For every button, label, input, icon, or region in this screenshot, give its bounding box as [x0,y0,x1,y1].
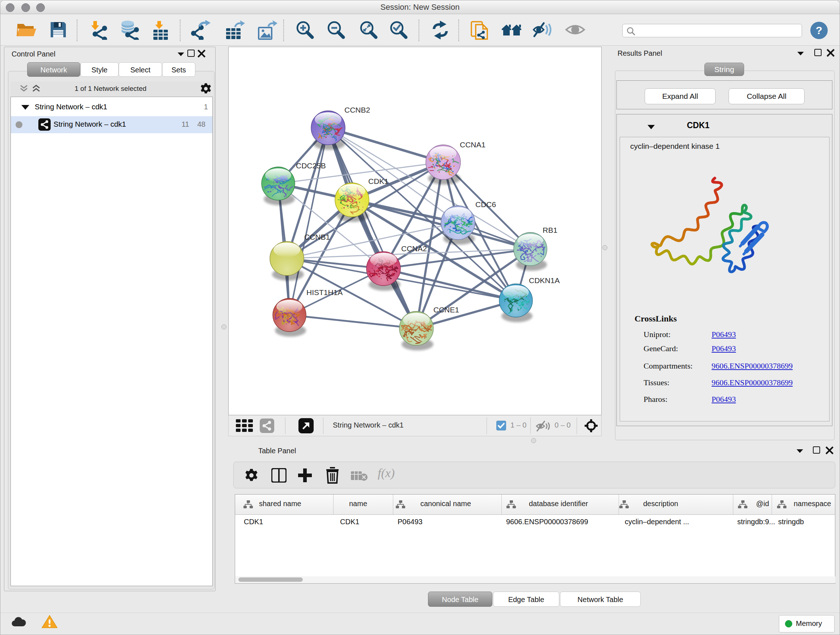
svg-text:CCNA2: CCNA2 [401,244,427,253]
svg-text:CDC6: CDC6 [475,200,496,209]
svg-text:RB1: RB1 [543,226,557,234]
svg-text:CDKN1A: CDKN1A [529,276,560,285]
svg-text:CCNA1: CCNA1 [460,141,485,149]
svg-text:CDK1: CDK1 [368,177,388,185]
svg-text:CDC25B: CDC25B [296,162,326,170]
svg-text:CCNE1: CCNE1 [433,306,459,314]
svg-text:CCNB1: CCNB1 [304,233,330,241]
svg-text:HIST1H1A: HIST1H1A [306,288,343,296]
svg-text:CCNB2: CCNB2 [344,106,370,114]
